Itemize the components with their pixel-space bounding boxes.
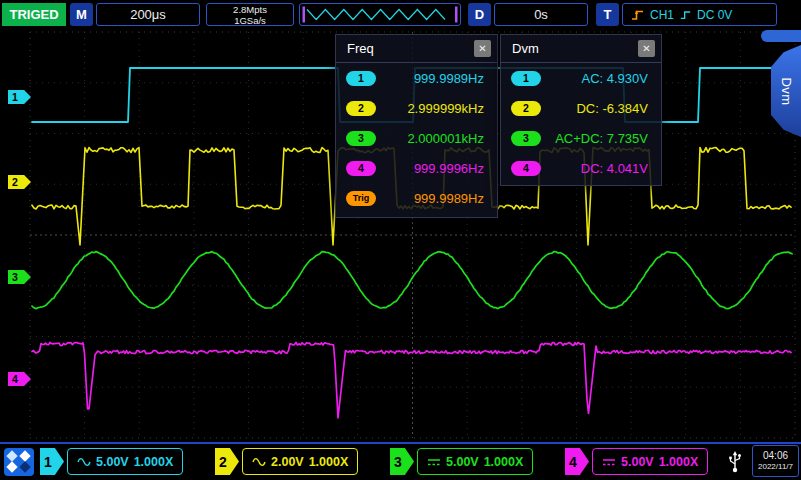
freq-value-ch1: 999.9989Hz [414,71,484,86]
freq-panel-title: Freq [347,41,474,56]
channel-3-badge: 3 [346,131,376,146]
channel-4-number-badge: 4 [565,448,589,475]
dvm-row-ch1: 1 AC: 4.930V [501,63,661,93]
dvm-value-ch2: DC: -6.384V [576,101,648,116]
ac-coupling-icon [77,457,91,467]
preview-waveform-icon [301,5,459,24]
timebase-value-box[interactable]: 200μs [96,3,200,26]
timebase-key: M [70,3,93,26]
dc-coupling-icon [602,457,616,467]
dvm-panel-close-icon[interactable]: ✕ [638,40,655,57]
dvm-row-ch3: 3 AC+DC: 7.735V [501,123,661,153]
rising-edge-icon [631,8,644,22]
trigger-badge: Trig [346,191,376,206]
freq-row-ch4: 4 999.9996Hz [336,153,497,183]
freq-value-ch3: 2.000001kHz [407,131,484,146]
freq-panel-header[interactable]: Freq ✕ [336,35,497,63]
dvm-value-ch4: DC: 4.041V [581,161,648,176]
trigger-detail-label: DC 0V [697,8,732,22]
channel-3-number-badge: 3 [390,448,414,475]
channel-3-scale: 5.00V [446,455,479,469]
freq-panel: Freq ✕ 1 999.9989Hz 2 2.999999kHz 3 2.00… [335,34,498,218]
freq-row-trig: Trig 999.9989Hz [336,183,497,213]
time-label: 04:06 [763,450,788,462]
freq-row-ch2: 2 2.999999kHz [336,93,497,123]
ac-coupling-icon [252,457,266,467]
freq-panel-close-icon[interactable]: ✕ [474,40,491,57]
freq-value-trig: 999.9989Hz [414,191,484,206]
sample-rate-label: 1GSa/s [234,15,266,26]
channel-1-badge: 1 [511,71,541,86]
channel-1-status[interactable]: 1 5.00V 1.000X [40,448,183,475]
channel-2-probe: 1.000X [309,455,349,469]
trigger-key: T [596,3,619,26]
oscilloscope-screen: 1 2 3 4 Dvm TRIGED M 200μs 2.8Mpts 1GSa/… [0,0,801,480]
menu-logo-icon[interactable] [4,448,34,476]
trigger-settings-box[interactable]: CH1 DC 0V [622,3,777,26]
channel-2-status[interactable]: 2 2.00V 1.000X [215,448,358,475]
channel-3-status[interactable]: 3 5.00V 1.000X [390,448,533,475]
edge-slope-icon [680,9,691,21]
dvm-panel: Dvm ✕ 1 AC: 4.930V 2 DC: -6.384V 3 AC+DC… [500,34,662,186]
channel-4-probe: 1.000X [659,455,699,469]
channel-3-badge: 3 [511,131,541,146]
top-status-bar: TRIGED M 200μs 2.8Mpts 1GSa/s D 0s T CH1… [0,0,801,30]
channel-1-badge: 1 [346,71,376,86]
dvm-row-ch2: 2 DC: -6.384V [501,93,661,123]
channel-4-status[interactable]: 4 5.00V 1.000X [565,448,708,475]
freq-row-ch1: 1 999.9989Hz [336,63,497,93]
channel-1-number-badge: 1 [40,448,64,475]
memory-depth-label: 2.8Mpts [233,4,267,15]
channel-4-badge: 4 [511,161,541,176]
waveform-position-preview[interactable] [299,3,461,26]
channel-4-badge: 4 [346,161,376,176]
channel-2-scale: 2.00V [271,455,304,469]
dvm-panel-header[interactable]: Dvm ✕ [501,35,661,63]
dvm-row-ch4: 4 DC: 4.041V [501,153,661,183]
usb-icon [727,450,743,474]
side-tab-handle[interactable] [761,30,801,42]
dvm-value-ch3: AC+DC: 7.735V [555,131,648,146]
delay-key: D [468,3,491,26]
bottom-status-bar: 1 5.00V 1.000X 2 2.00V 1.000X 3 [0,442,801,480]
clock-box: 04:06 2022/11/7 [752,445,799,477]
acquisition-info-box: 2.8Mpts 1GSa/s [206,3,294,26]
delay-value-box[interactable]: 0s [494,3,588,26]
date-label: 2022/11/7 [758,462,793,472]
dc-coupling-icon [427,457,441,467]
freq-row-ch3: 3 2.000001kHz [336,123,497,153]
channel-4-scale: 5.00V [621,455,654,469]
channel-3-probe: 1.000X [484,455,524,469]
channel-2-number-badge: 2 [215,448,239,475]
dvm-value-ch1: AC: 4.930V [582,71,649,86]
trigger-status-badge: TRIGED [2,3,66,26]
freq-value-ch2: 2.999999kHz [407,101,484,116]
freq-value-ch4: 999.9996Hz [414,161,484,176]
channel-1-probe: 1.000X [134,455,174,469]
dvm-tab-label: Dvm [779,77,794,105]
channel-1-scale: 5.00V [96,455,129,469]
trigger-source-label: CH1 [650,8,674,22]
dvm-panel-title: Dvm [512,41,638,56]
channel-2-badge: 2 [346,101,376,116]
channel-2-badge: 2 [511,101,541,116]
